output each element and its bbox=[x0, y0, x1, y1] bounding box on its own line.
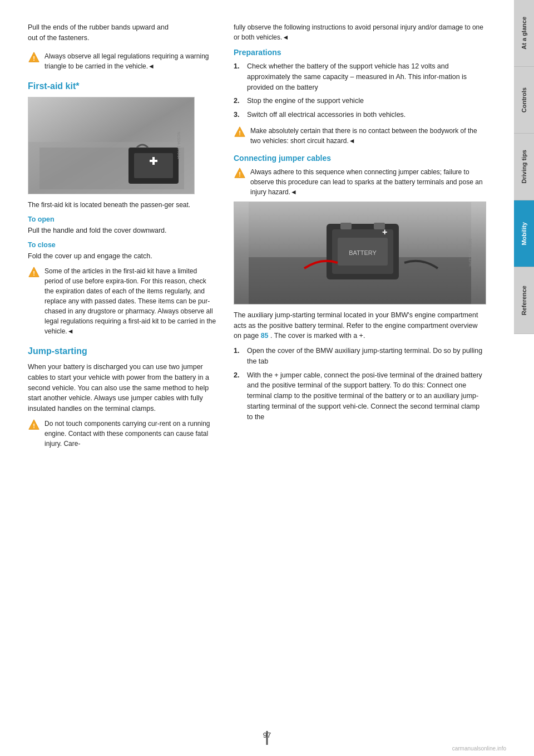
svg-text:!: ! bbox=[33, 270, 35, 277]
battery-svg: + BATTERY bbox=[234, 202, 486, 305]
tab-driving-tips[interactable]: Driving tips bbox=[514, 134, 534, 200]
warning-box-5: ! Always adhere to this sequence when co… bbox=[234, 167, 486, 197]
sidebar-tabs: At a glance Controls Driving tips Mobili… bbox=[514, 0, 534, 756]
jump-starting-section: Jump-starting When your battery is disch… bbox=[28, 346, 217, 449]
image-watermark-1: NCS04-14-AAA bbox=[177, 131, 181, 159]
svg-text:!: ! bbox=[239, 170, 241, 177]
page-container: Pull the ends of the rubber bands upward… bbox=[0, 0, 534, 756]
warning-triangle-icon-2: ! bbox=[28, 266, 40, 278]
warning-box-2: ! Some of the articles in the first-aid … bbox=[28, 266, 217, 336]
first-aid-heading: First-aid kit* bbox=[28, 81, 217, 91]
kit-image-svg bbox=[28, 97, 195, 194]
first-aid-image: NCS04-14-AAA bbox=[28, 97, 195, 194]
connecting-list: 1. Open the cover of the BMW auxiliary j… bbox=[234, 346, 486, 422]
svg-text:!: ! bbox=[239, 129, 241, 136]
intro-text: Pull the ends of the rubber bands upward… bbox=[28, 22, 217, 43]
tab-controls[interactable]: Controls bbox=[514, 67, 534, 134]
to-close-label: To close bbox=[28, 241, 217, 249]
preparations-heading: Preparations bbox=[234, 48, 486, 57]
battery-image: + BATTERY NCS04-14-EPR bbox=[234, 202, 486, 305]
connecting-heading: Connecting jumper cables bbox=[234, 154, 486, 163]
prep-item-2: 2. Stop the engine of the support vehicl… bbox=[234, 96, 486, 106]
svg-rect-6 bbox=[134, 153, 173, 178]
svg-text:!: ! bbox=[33, 55, 35, 61]
svg-rect-8 bbox=[152, 157, 155, 165]
jump-starting-intro: When your battery is discharged you can … bbox=[28, 362, 217, 414]
preparations-list: 1. Check whether the battery of the supp… bbox=[234, 61, 486, 120]
svg-rect-21 bbox=[340, 223, 352, 229]
tab-at-a-glance[interactable]: At a glance bbox=[514, 0, 534, 67]
kit-caption: The first-aid kit is located beneath the… bbox=[28, 200, 217, 210]
tab-mobility[interactable]: Mobility bbox=[514, 200, 534, 267]
warning-box-4: ! Make absolutely certain that there is … bbox=[234, 126, 486, 146]
image-watermark-2: NCS04-14-EPR bbox=[468, 239, 472, 267]
svg-text:!: ! bbox=[33, 422, 35, 429]
kit-image-inner: NCS04-14-AAA bbox=[28, 97, 194, 194]
warning-triangle-icon-3: ! bbox=[28, 419, 40, 431]
svg-text:BATTERY: BATTERY bbox=[349, 249, 377, 256]
right-column: fully observe the following instructions… bbox=[234, 22, 486, 734]
warning-box-3: ! Do not touch components carrying cur-r… bbox=[28, 419, 217, 449]
warning-triangle-icon-1: ! bbox=[28, 51, 40, 63]
main-content: Pull the ends of the rubber bands upward… bbox=[0, 0, 514, 756]
prep-item-3: 3. Switch off all electrical accessories… bbox=[234, 110, 486, 120]
connect-item-1: 1. Open the cover of the BMW auxiliary j… bbox=[234, 346, 486, 367]
to-open-text: Pull the handle and fold the cover downw… bbox=[28, 225, 217, 236]
warning-box-1: ! Always observe all legal regulations r… bbox=[28, 51, 217, 71]
to-close-text: Fold the cover up and engage the catch. bbox=[28, 251, 217, 262]
jump-starting-heading: Jump-starting bbox=[28, 346, 217, 356]
connect-item-2: 2. With the + jumper cable, connect the … bbox=[234, 370, 486, 423]
warning-triangle-icon-5: ! bbox=[234, 167, 246, 179]
warning-box-top-right: fully observe the following instructions… bbox=[234, 22, 486, 42]
prep-item-1: 1. Check whether the battery of the supp… bbox=[234, 61, 486, 92]
tab-reference[interactable]: Reference bbox=[514, 267, 534, 334]
page-bar-decoration bbox=[266, 731, 268, 745]
footer-watermark: carmanualsonline.info bbox=[452, 745, 506, 752]
left-column: Pull the ends of the rubber bands upward… bbox=[28, 22, 217, 734]
to-open-label: To open bbox=[28, 215, 217, 223]
svg-text:+: + bbox=[382, 227, 387, 237]
battery-caption: The auxiliary jump-starting terminal loc… bbox=[234, 310, 486, 341]
warning-triangle-icon-4: ! bbox=[234, 126, 246, 138]
